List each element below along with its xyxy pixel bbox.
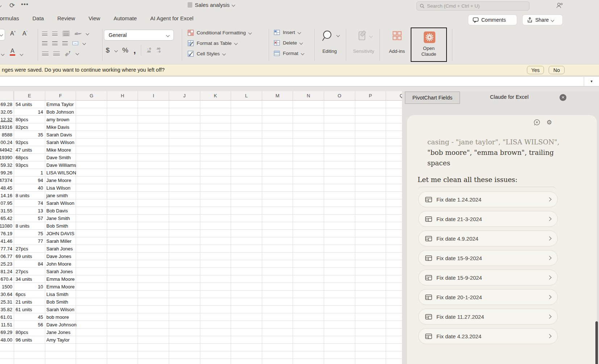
fix-date-button[interactable]: Fix date 11.27.2024 (418, 309, 558, 325)
font-color-button[interactable]: A (10, 48, 15, 56)
delete-cells-button[interactable]: Delete (274, 40, 302, 46)
cell-quantity[interactable]: 77 (16, 237, 43, 245)
increase-decimal-icon[interactable]: ←0.00 (146, 47, 151, 53)
cell-name[interactable]: Lisa Wilson (46, 184, 126, 192)
cell-amount[interactable]: 1500 (0, 283, 12, 291)
cell-quantity[interactable]: 40 (16, 184, 43, 192)
cell-name[interactable]: Bob Smith (46, 222, 126, 230)
cell-name[interactable]: Bob Davis (46, 207, 126, 215)
fix-date-button[interactable]: Fix date 21-3-2024 (418, 211, 558, 227)
sheet-rows[interactable]: 69.2854 unitsEmma Taylor32.0514Bob Johns… (0, 101, 402, 364)
cell-name[interactable]: John Moore (46, 260, 126, 268)
cell-quantity[interactable]: 6pcs (16, 291, 43, 298)
scrollbar-thumb[interactable] (595, 321, 598, 364)
cell-quantity[interactable]: 10 (16, 283, 43, 291)
tab-view[interactable]: View (88, 15, 100, 21)
yes-button[interactable]: Yes (527, 66, 544, 74)
table-row[interactable]: 1939068pcsDave Smith (0, 154, 402, 161)
cell-amount[interactable]: 76.19 (0, 230, 12, 237)
align-center-icon[interactable] (52, 41, 58, 45)
cell-quantity[interactable]: 27pcs (16, 245, 43, 253)
cell-amount[interactable]: 47374 (0, 177, 12, 184)
cell-quantity[interactable]: 84 (16, 260, 43, 268)
cell-quantity[interactable]: 82pcs (16, 123, 43, 131)
table-row[interactable]: 670.434 unitsEmma Moore (0, 275, 402, 283)
column-header-L[interactable]: L (231, 91, 262, 101)
number-format-dropdown[interactable]: General (104, 30, 174, 41)
cell-name[interactable]: Emma Moore (46, 275, 126, 283)
chevron-down-icon[interactable] (1, 52, 5, 56)
tab-data[interactable]: Data (33, 15, 44, 21)
cell-amount[interactable]: 35.82 (0, 306, 12, 313)
cell-amount[interactable]: 65.42 (0, 215, 12, 222)
tab-formulas[interactable]: Formulas (0, 15, 19, 21)
percent-format-icon[interactable]: % (122, 46, 129, 54)
cell-amount[interactable]: 25.23 (0, 260, 12, 268)
cell-quantity[interactable]: 92pcs (16, 139, 43, 146)
table-row[interactable]: 00.2492pcsSarah Wilson (0, 139, 402, 146)
cell-quantity[interactable]: 8 units (16, 222, 43, 230)
cell-name[interactable]: Sarah Wilson (46, 306, 126, 313)
fix-date-button[interactable]: Fix date 15-9-2024 (418, 270, 558, 285)
cell-name[interactable]: Mike Moore (46, 146, 126, 154)
currency-format-icon[interactable]: $ (106, 46, 110, 54)
reload-icon[interactable]: ⟳ (9, 1, 15, 9)
cell-amount[interactable]: 48.45 (0, 184, 12, 192)
addins-button[interactable]: Add-ins (383, 26, 411, 64)
decrease-decimal-icon[interactable]: .00→0 (156, 47, 160, 53)
table-row[interactable]: 48.0096 unitsAmy Taylor (0, 336, 402, 344)
cell-amount[interactable]: 32.05 (0, 108, 12, 116)
table-row[interactable]: 4494247 unitsMike Moore (0, 146, 402, 154)
column-header-Q[interactable]: Q (386, 91, 402, 101)
align-middle-icon[interactable] (52, 31, 58, 35)
cell-quantity[interactable]: 34 units (16, 275, 43, 283)
table-row[interactable]: 4737494Jane Moore (0, 177, 402, 184)
tab-review[interactable]: Review (57, 15, 75, 21)
column-header-M[interactable]: M (262, 91, 293, 101)
table-row[interactable]: 48.4540Lisa Wilson (0, 184, 402, 192)
table-row[interactable]: 77.7427pcsSarah Jones (0, 245, 402, 253)
cell-name[interactable]: amy brown (46, 116, 126, 123)
column-header-K[interactable]: K (200, 91, 231, 101)
column-header-H[interactable]: H (107, 91, 138, 101)
chevron-down-icon[interactable] (83, 42, 86, 45)
cell-quantity[interactable]: 96 units (16, 336, 43, 344)
table-row[interactable]: 25.3121 unitsBob Smith (0, 298, 402, 306)
table-row[interactable]: 31.5513Bob Davis (0, 207, 402, 215)
align-bottom-icon[interactable] (62, 30, 70, 37)
cell-quantity[interactable]: 69 units (16, 253, 43, 260)
conditional-formatting-button[interactable]: Conditional Formatting (188, 30, 251, 36)
column-header-N[interactable]: N (293, 91, 324, 101)
cell-name[interactable]: Bob Johnson (46, 108, 126, 116)
comma-format-icon[interactable]: , (133, 48, 136, 52)
cell-quantity[interactable]: 74 (16, 199, 43, 207)
cell-name[interactable]: Jane Moore (46, 177, 126, 184)
document-title[interactable]: Sales analysis (188, 2, 235, 8)
wrap-text-icon[interactable]: ab↩ (75, 31, 81, 35)
column-header-I[interactable]: I (138, 91, 169, 101)
increase-font-size-button[interactable]: A^ (10, 30, 16, 37)
formula-bar[interactable]: ▼ (0, 76, 599, 86)
cell-name[interactable]: Jane Jones (46, 329, 126, 336)
table-row[interactable]: 59.3293pcsDave Williams (0, 161, 402, 169)
cell-quantity[interactable]: 13 (16, 207, 43, 215)
fix-date-button[interactable]: Fix date 20-1-2024 (418, 289, 558, 305)
cell-quantity[interactable]: 75 (16, 230, 43, 237)
cell-name[interactable]: Amy Taylor (46, 336, 126, 344)
cell-styles-button[interactable]: Cell Styles (188, 51, 225, 57)
cell-amount[interactable]: 30.64 (0, 291, 12, 298)
table-row[interactable]: 99.261LISA WILSON (0, 169, 402, 177)
cell-name[interactable]: Dave Johnson (46, 321, 126, 329)
cell-name[interactable]: Dave Jones (46, 253, 126, 260)
cell-amount[interactable]: 61.01 (0, 313, 12, 321)
cell-amount[interactable]: 19390 (0, 154, 12, 161)
cell-amount[interactable]: 14.16 (0, 192, 12, 199)
column-header-P[interactable]: P (355, 91, 386, 101)
cell-name[interactable]: Sarah Wilson (46, 199, 126, 207)
settings-gear-icon[interactable]: ⚙ (546, 119, 552, 126)
tab-claude-for-excel[interactable]: Claude for Excel (490, 94, 528, 100)
cell-quantity[interactable]: 80pcs (16, 116, 43, 123)
cell-quantity[interactable]: 68pcs (16, 154, 43, 161)
insert-cells-button[interactable]: Insert (274, 30, 301, 35)
tab-pivotchart-fields[interactable]: PivotChart Fields (405, 92, 460, 104)
